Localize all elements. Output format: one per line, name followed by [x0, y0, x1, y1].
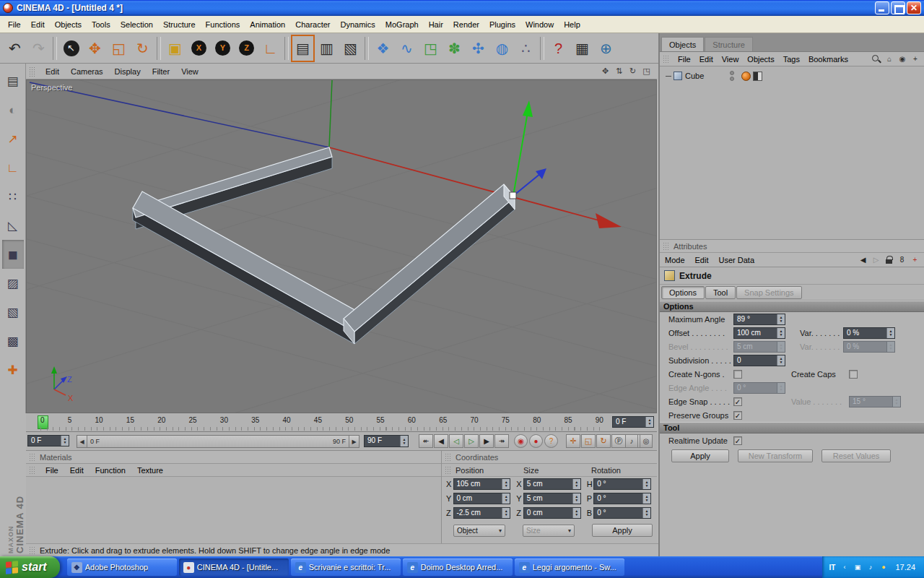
attr-menu-mode[interactable]: Mode — [660, 254, 690, 266]
last-used-tool-icon[interactable]: ▣ — [163, 35, 187, 62]
preview-range-slider[interactable]: ◀ 0 F 90 F ▶ — [77, 435, 359, 448]
maximum-angle-spinner[interactable] — [777, 314, 785, 324]
goto-end-button[interactable]: ↠ — [494, 434, 509, 448]
value-spinner[interactable] — [892, 397, 900, 407]
frame-start-spinner[interactable] — [61, 436, 69, 446]
panel-grip[interactable] — [29, 546, 36, 554]
lock-y-icon[interactable]: Y — [211, 35, 235, 62]
add-spline-icon[interactable]: ∿ — [395, 35, 419, 62]
menu-item-render[interactable]: Render — [448, 17, 484, 32]
help-icon[interactable]: ? — [546, 35, 570, 62]
record-rotation-toggle[interactable]: ↻ — [596, 434, 611, 448]
rot-h-field[interactable]: 0 ° — [593, 478, 651, 490]
live-selection-icon[interactable]: ↖ — [59, 35, 83, 62]
texture-tag-icon[interactable] — [741, 72, 751, 81]
layout-icon[interactable]: ▤ — [2, 66, 24, 95]
om-menu-objects[interactable]: Objects — [743, 53, 778, 65]
menu-item-character[interactable]: Character — [290, 17, 335, 32]
coordinates-apply-button[interactable]: Apply — [592, 524, 653, 537]
render-settings-icon[interactable]: ▧ — [339, 35, 362, 62]
rotate-icon[interactable]: ↻ — [131, 35, 154, 62]
object-axis-mode-icon[interactable]: ∟ — [2, 153, 24, 182]
bevel-field[interactable]: 5 cm — [733, 341, 785, 353]
perspective-viewport[interactable]: Perspective — [26, 79, 657, 413]
snap-settings-icon[interactable]: ✚ — [2, 355, 24, 384]
axis-gizmo[interactable] — [510, 100, 546, 199]
edge-angle-spinner[interactable] — [777, 383, 785, 393]
frame-end-spinner[interactable] — [400, 436, 408, 447]
viewport-menu-view[interactable]: View — [175, 65, 204, 78]
materials-title-bar[interactable]: Materials — [26, 451, 441, 464]
materials-menu-edit[interactable]: Edit — [64, 465, 90, 476]
model-mode-icon[interactable]: ↗ — [2, 124, 24, 153]
record-parameter-toggle[interactable]: Ⓟ — [611, 434, 626, 448]
range-left-arrow[interactable]: ◀ — [77, 436, 87, 447]
menu-item-file[interactable]: File — [3, 17, 26, 32]
online-help-icon[interactable]: ⊕ — [594, 35, 618, 62]
size-y-spinner[interactable] — [572, 493, 580, 504]
om-menu-file[interactable]: File — [674, 53, 695, 65]
taskbar-item-leggi-argomento-sw[interactable]: eLeggi argomento - Sw... — [515, 558, 624, 576]
render-active-objects-icon[interactable]: ▥ — [315, 35, 339, 62]
close-button[interactable] — [907, 1, 921, 14]
timeline-ruler[interactable]: 051015202530354045505560657075808590 0 F — [26, 413, 657, 432]
tab-snap-settings[interactable]: Snap Settings — [736, 286, 802, 299]
record-position-toggle[interactable]: ✛ — [566, 434, 580, 448]
taskbar-item-scrivanie-e-scrittoi-tr[interactable]: eScrivanie e scrittoi: Tr... — [291, 558, 401, 576]
scale-icon[interactable]: ◱ — [107, 35, 131, 62]
link-icon[interactable]: 8 — [897, 254, 907, 265]
history-back-icon[interactable]: ◀ — [858, 254, 868, 265]
menu-item-hair[interactable]: Hair — [424, 17, 448, 32]
reset-values-button[interactable]: Reset Values — [821, 449, 891, 462]
range-bar[interactable]: 0 F 90 F — [87, 436, 349, 447]
taskbar-item-cinema-4d-untitle[interactable]: ●CINEMA 4D - [Untitle... — [179, 558, 289, 576]
tab-objects[interactable]: Objects — [661, 37, 704, 51]
edge-snap-checkbox[interactable]: ✓ — [733, 397, 742, 406]
new-expression-icon[interactable]: + — [910, 254, 920, 265]
hide-icons-button[interactable]: ‹ — [839, 562, 850, 573]
panel-grip[interactable] — [445, 466, 452, 474]
add-primitive-icon[interactable]: ❖ — [371, 35, 395, 62]
pos-x-field[interactable]: 105 cm — [453, 478, 511, 490]
offset-field[interactable]: 100 cm — [733, 327, 785, 339]
add-nurbs-icon[interactable]: ◳ — [419, 35, 443, 62]
home-icon[interactable]: ⌂ — [884, 53, 895, 64]
panel-grip[interactable] — [29, 66, 35, 77]
make-editable-icon[interactable]: ◐ — [2, 95, 24, 124]
pos-z-spinner[interactable] — [502, 508, 510, 518]
tool-section-header[interactable]: Tool — [660, 422, 924, 434]
polygons-mode-icon[interactable]: ◼ — [2, 240, 24, 269]
size-x-spinner[interactable] — [572, 479, 580, 489]
current-frame-field[interactable]: 0 F — [612, 416, 654, 428]
volume-icon[interactable]: ♪ — [865, 562, 876, 573]
restore-button[interactable] — [891, 1, 905, 14]
edge-angle-field[interactable]: 0 ° — [733, 382, 785, 394]
attr-menu-edit[interactable]: Edit — [690, 254, 714, 266]
lock-x-icon[interactable]: X — [187, 35, 211, 62]
visibility-toggles[interactable] — [730, 71, 734, 81]
texture-mode-icon[interactable]: ▨ — [2, 269, 24, 298]
menu-item-dynamics[interactable]: Dynamics — [336, 17, 380, 32]
previous-frame-button[interactable]: ◁ — [449, 434, 463, 448]
pos-x-spinner[interactable] — [502, 479, 510, 489]
panel-grip[interactable] — [445, 453, 452, 461]
lock-icon[interactable] — [884, 254, 894, 265]
bevel-spinner[interactable] — [777, 342, 785, 352]
clock[interactable]: 17.24 — [895, 563, 915, 571]
tab-tool[interactable]: Tool — [705, 286, 736, 299]
om-menu-tags[interactable]: Tags — [779, 53, 804, 65]
menu-item-plugins[interactable]: Plugins — [484, 17, 520, 32]
viewport-toggle-icon[interactable]: ◳ — [640, 65, 653, 77]
object-list[interactable]: Cube — [660, 66, 924, 240]
viewport-menu-filter[interactable]: Filter — [147, 65, 175, 78]
next-frame-button[interactable]: ▶ — [479, 434, 494, 448]
om-menu-edit[interactable]: Edit — [695, 53, 718, 65]
offset-spinner[interactable] — [777, 328, 785, 338]
create-caps-checkbox[interactable] — [849, 370, 858, 379]
tab-structure[interactable]: Structure — [705, 37, 753, 51]
menu-item-tools[interactable]: Tools — [87, 17, 116, 32]
current-frame-spinner[interactable] — [645, 417, 653, 427]
panel-grip[interactable] — [663, 242, 670, 250]
menu-item-structure[interactable]: Structure — [158, 17, 201, 32]
om-menu-view[interactable]: View — [718, 53, 744, 65]
